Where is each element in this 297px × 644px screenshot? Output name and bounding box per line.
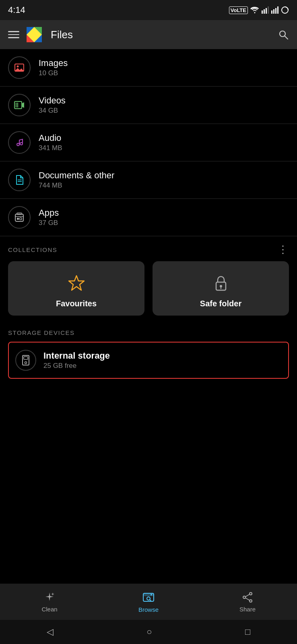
star-icon (67, 273, 86, 293)
system-nav: ◁ ○ □ (0, 620, 297, 644)
storage-section: STORAGE DEVICES Internal storage 25 GB f… (0, 320, 297, 383)
apps-icon (14, 212, 25, 223)
nav-browse[interactable]: Browse (99, 591, 198, 613)
app-title: Files (51, 29, 73, 41)
lock-icon (211, 273, 231, 293)
collections-section: COLLECTIONS ⋮ Favourites Safe fold (0, 236, 297, 320)
share-label: Share (239, 606, 256, 613)
back-button[interactable]: ◁ (47, 627, 54, 637)
category-audio[interactable]: Audio 341 MB (0, 124, 297, 161)
top-bar-left: Files (8, 27, 73, 42)
svg-rect-7 (277, 6, 278, 14)
documents-name: Documents & other (39, 170, 114, 181)
images-size: 10 GB (39, 69, 68, 77)
svg-rect-21 (16, 103, 16, 107)
volte-icon: VoLTE (229, 6, 248, 14)
images-name: Images (39, 58, 68, 68)
sparkle-icon (43, 591, 56, 603)
videos-icon-wrap (8, 94, 31, 116)
safe-folder-card[interactable]: Safe folder (153, 261, 289, 316)
documents-icon (14, 174, 25, 186)
circle-icon (281, 6, 289, 14)
svg-rect-31 (20, 218, 22, 220)
images-icon-wrap (8, 56, 31, 79)
wifi-icon (250, 6, 259, 14)
images-info: Images 10 GB (39, 58, 68, 77)
svg-point-24 (20, 142, 23, 145)
favourites-card[interactable]: Favourites (8, 261, 144, 316)
favourites-label: Favourites (56, 299, 97, 308)
collections-more-button[interactable]: ⋮ (278, 244, 289, 255)
storage-title: STORAGE DEVICES (8, 329, 289, 336)
top-bar: Files (0, 20, 297, 49)
status-time: 4:14 (8, 5, 25, 15)
documents-info: Documents & other 744 MB (39, 170, 114, 190)
storage-name: Internal storage (43, 351, 110, 361)
svg-point-47 (250, 600, 252, 602)
svg-marker-32 (69, 276, 84, 290)
audio-icon-wrap (8, 131, 31, 154)
svg-rect-27 (15, 214, 23, 221)
browse-label: Browse (138, 606, 159, 613)
svg-line-48 (245, 594, 250, 597)
apps-icon-wrap (8, 206, 31, 229)
storage-icon-wrap (15, 350, 36, 371)
svg-point-38 (25, 362, 27, 364)
svg-point-46 (243, 596, 245, 599)
apps-size: 37 GB (39, 219, 59, 227)
safe-folder-label: Safe folder (200, 299, 241, 308)
signal2-icon (271, 6, 278, 14)
storage-info: Internal storage 25 GB free (43, 351, 110, 370)
audio-name: Audio (39, 133, 62, 143)
app-logo (27, 27, 42, 42)
category-documents[interactable]: Documents & other 744 MB (0, 161, 297, 199)
browse-icon (142, 591, 155, 604)
share-icon (241, 591, 254, 603)
documents-size: 744 MB (39, 182, 114, 190)
collections-title: COLLECTIONS (8, 246, 57, 253)
category-apps[interactable]: Apps 37 GB (0, 199, 297, 236)
home-button[interactable]: ○ (146, 627, 152, 637)
svg-rect-0 (262, 10, 263, 14)
videos-name: Videos (39, 95, 66, 106)
videos-info: Videos 34 GB (39, 95, 66, 115)
category-images[interactable]: Images 10 GB (0, 49, 297, 87)
svg-rect-22 (17, 103, 18, 107)
collections-header: COLLECTIONS ⋮ (8, 244, 289, 255)
collections-grid: Favourites Safe folder (8, 261, 289, 316)
category-videos[interactable]: Videos 34 GB (0, 87, 297, 124)
svg-marker-18 (15, 68, 24, 71)
svg-rect-30 (17, 218, 19, 220)
videos-size: 34 GB (39, 107, 66, 115)
videos-icon (14, 99, 25, 111)
clean-label: Clean (41, 606, 57, 613)
signal1-icon (262, 6, 269, 14)
svg-rect-5 (273, 9, 274, 14)
svg-rect-41 (143, 593, 154, 596)
status-icons: VoLTE (229, 6, 289, 14)
svg-point-45 (250, 592, 252, 595)
svg-rect-2 (266, 8, 267, 14)
svg-line-49 (245, 598, 250, 600)
status-bar: 4:14 VoLTE (0, 0, 297, 20)
hamburger-menu-button[interactable] (8, 31, 19, 38)
storage-device-icon (20, 354, 32, 366)
internal-storage-item[interactable]: Internal storage 25 GB free (8, 342, 289, 379)
storage-free: 25 GB free (43, 362, 110, 370)
recents-button[interactable]: □ (245, 627, 250, 637)
nav-share[interactable]: Share (198, 591, 297, 613)
categories-section: Images 10 GB Videos 34 GB (0, 49, 297, 236)
search-button[interactable] (278, 29, 289, 40)
svg-rect-1 (264, 9, 265, 14)
images-icon (14, 62, 25, 73)
audio-icon (14, 137, 25, 148)
svg-rect-4 (271, 10, 272, 14)
svg-rect-6 (275, 8, 276, 14)
nav-clean[interactable]: Clean (0, 591, 99, 613)
apps-name: Apps (39, 208, 59, 218)
audio-info: Audio 341 MB (39, 133, 62, 152)
svg-line-15 (285, 36, 288, 39)
audio-size: 341 MB (39, 144, 62, 152)
svg-point-34 (220, 285, 222, 287)
svg-rect-37 (24, 357, 28, 359)
